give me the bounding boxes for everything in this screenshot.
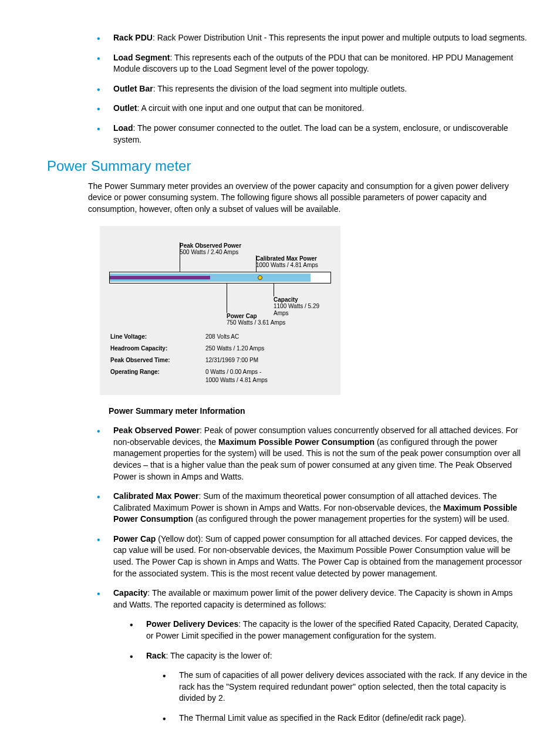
table-row: Line Voltage:208 Volts AC: [110, 332, 330, 342]
top-definition-list: Rack PDU: Rack Power Distribution Unit -…: [32, 32, 528, 146]
table-row: Operating Range:0 Watts / 0.00 Amps - 10…: [110, 367, 330, 386]
term: Capacity: [113, 588, 147, 598]
term: Rack: [146, 651, 166, 660]
list-item: Peak Observed Power: Peak of power consu…: [97, 425, 528, 482]
tick-line: [274, 283, 274, 296]
term: Outlet: [113, 103, 137, 113]
section-heading: Power Summary meter: [32, 156, 528, 176]
figure-data-table: Line Voltage:208 Volts AC Headroom Capac…: [109, 330, 331, 387]
list-item: Power Delivery Devices: The capacity is …: [130, 619, 528, 642]
table-row: Headroom Capacity:250 Watts / 1.20 Amps: [110, 343, 330, 354]
bar-segment-purple: [110, 276, 210, 279]
table-row: Peak Observed Time:12/31/1969 7:00 PM: [110, 355, 330, 366]
list-item: Load: The power consumer connected to th…: [97, 123, 528, 146]
list-item: Power Cap (Yellow dot): Sum of capped po…: [97, 534, 528, 579]
power-cap-dot: [258, 275, 262, 280]
list-item: Capacity: The available or maximum power…: [97, 588, 528, 724]
list-item: Rack: The capacity is the lower of: The …: [130, 650, 528, 724]
info-heading: Power Summary meter Information: [32, 406, 528, 417]
term: Power Cap: [113, 534, 156, 544]
meter-bar: [109, 272, 331, 283]
tick-line: [180, 242, 180, 272]
term: Power Delivery Devices: [146, 619, 238, 629]
list-item: The sum of capacities of all power deliv…: [163, 670, 528, 704]
term: Load: [113, 123, 133, 133]
section-intro: The Power Summary meter provides an over…: [32, 181, 528, 215]
list-item: Rack PDU: Rack Power Distribution Unit -…: [97, 32, 528, 44]
definition-text: : Rack Power Distribution Unit - This re…: [153, 33, 527, 42]
definition-text: : A circuit with one input and one outpu…: [137, 103, 364, 113]
nested-list: The sum of capacities of all power deliv…: [146, 670, 528, 724]
list-item: The Thermal Limit value as specified in …: [163, 713, 528, 724]
nested-list: Power Delivery Devices: The capacity is …: [113, 619, 528, 724]
power-summary-figure: Peak Observed Power 500 Watts / 2.40 Amp…: [100, 226, 340, 395]
term: Calibrated Max Power: [113, 491, 199, 501]
tick-line: [256, 255, 257, 272]
peak-observed-label: Peak Observed Power 500 Watts / 2.40 Amp…: [180, 242, 241, 256]
definition-text: : The power consumer connected to the ou…: [113, 123, 508, 144]
list-item: Load Segment: This represents each of th…: [97, 52, 528, 75]
term: Peak Observed Power: [113, 426, 200, 435]
term: Outlet Bar: [113, 84, 153, 93]
definition-text: : This represents each of the outputs of…: [113, 53, 513, 74]
calibrated-label: Calibrated Max Power 1000 Watts / 4.81 A…: [256, 255, 318, 269]
power-cap-label: Power Cap 750 Watts / 3.61 Amps: [227, 313, 285, 326]
definition-text: : This represents the division of the lo…: [153, 84, 407, 93]
list-item: Outlet: A circuit with one input and one…: [97, 103, 528, 114]
term: Rack PDU: [113, 33, 153, 42]
info-list: Peak Observed Power: Peak of power consu…: [32, 425, 528, 724]
tick-line: [227, 283, 227, 313]
list-item: Calibrated Max Power: Sum of the maximum…: [97, 491, 528, 525]
term: Load Segment: [113, 53, 170, 62]
page-footer: Power Topology 13: [32, 733, 528, 746]
list-item: Outlet Bar: This represents the division…: [97, 83, 528, 95]
